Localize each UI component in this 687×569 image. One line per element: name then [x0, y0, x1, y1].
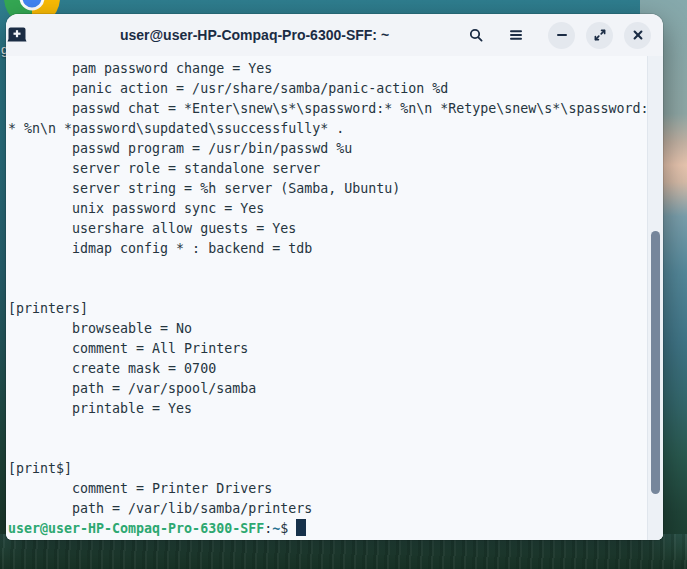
terminal-line: idmap config * : backend = tdb	[8, 239, 663, 259]
window-title: user@user-HP-Compaq-Pro-6300-SFF: ~	[46, 27, 463, 43]
minimize-icon	[555, 28, 569, 42]
shell-prompt: user@user-HP-Compaq-Pro-6300-SFF:~$	[8, 519, 663, 539]
terminal-window: user@user-HP-Compaq-Pro-6300-SFF: ~	[6, 14, 663, 540]
minimize-button[interactable]	[548, 22, 575, 49]
terminal-line: path = /var/lib/samba/printers	[8, 499, 663, 519]
terminal-line: printable = Yes	[8, 399, 663, 419]
menu-button[interactable]	[502, 21, 530, 49]
terminal-line	[8, 259, 663, 279]
terminal-lines: pam password change = Yes panic action =…	[8, 59, 663, 519]
titlebar[interactable]: user@user-HP-Compaq-Pro-6300-SFF: ~	[6, 14, 663, 57]
terminal-line: pam password change = Yes	[8, 59, 663, 79]
scrollbar-thumb[interactable]	[651, 231, 660, 494]
restore-button[interactable]	[586, 22, 613, 49]
new-tab-terminal-icon	[6, 25, 28, 45]
terminal-line	[8, 439, 663, 459]
terminal-line: usershare allow guests = Yes	[8, 219, 663, 239]
terminal-line: unix password sync = Yes	[8, 199, 663, 219]
terminal-cursor	[296, 519, 306, 536]
terminal-line: [printers]	[8, 299, 663, 319]
terminal-line	[8, 279, 663, 299]
terminal-output: pam password change = Yes panic action =…	[6, 56, 663, 540]
terminal-line: passwd program = /usr/bin/passwd %u	[8, 139, 663, 159]
titlebar-controls	[462, 14, 651, 56]
close-icon	[631, 28, 645, 42]
terminal-line: [print$]	[8, 459, 663, 479]
terminal-viewport[interactable]: pam password change = Yes panic action =…	[6, 56, 663, 540]
terminal-line: * %n\n *password\supdated\ssuccessfully*…	[8, 119, 663, 139]
terminal-line: server role = standalone server	[8, 159, 663, 179]
terminal-line	[8, 419, 663, 439]
prompt-colon: :	[264, 521, 272, 536]
terminal-line: comment = Printer Drivers	[8, 479, 663, 499]
terminal-line: passwd chat = *Enter\snew\s*\spassword:*…	[8, 99, 663, 119]
prompt-dollar: $	[280, 521, 288, 536]
search-icon	[468, 27, 484, 43]
scrollbar-track[interactable]	[647, 56, 663, 540]
new-tab-button[interactable]	[6, 25, 28, 45]
restore-icon	[592, 27, 608, 43]
search-button[interactable]	[462, 21, 490, 49]
terminal-line: comment = All Printers	[8, 339, 663, 359]
terminal-line: server string = %h server (Samba, Ubuntu…	[8, 179, 663, 199]
terminal-line: create mask = 0700	[8, 359, 663, 379]
terminal-line: browseable = No	[8, 319, 663, 339]
hamburger-menu-icon	[509, 28, 523, 42]
close-button[interactable]	[624, 22, 651, 49]
terminal-line: panic action = /usr/share/samba/panic-ac…	[8, 79, 663, 99]
prompt-user-host: user@user-HP-Compaq-Pro-6300-SFF	[8, 521, 264, 536]
terminal-line: path = /var/spool/samba	[8, 379, 663, 399]
